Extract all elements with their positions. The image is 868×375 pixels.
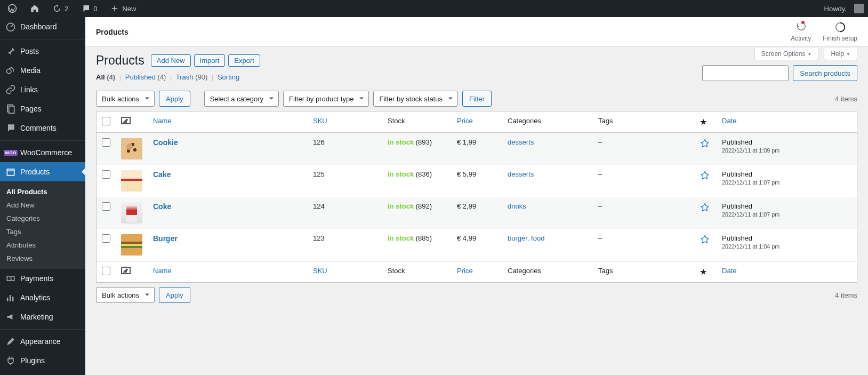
sku-cell: 125 [308, 165, 382, 197]
filter-all[interactable]: All (4) [96, 73, 115, 81]
star-outline-icon[interactable] [700, 202, 710, 213]
menu-pages[interactable]: Pages [0, 99, 85, 118]
admin-sidemenu: Dashboard Posts Media Links Pages Commen… [0, 17, 85, 314]
submenu-categories[interactable]: Categories [0, 212, 85, 225]
sku-cell: 124 [308, 197, 382, 229]
col-stock: Stock [382, 111, 452, 133]
product-name-link[interactable]: Burger [153, 234, 178, 243]
tags-cell: – [593, 229, 694, 261]
product-type-filter-select[interactable]: Filter by product type [283, 91, 369, 107]
col-sku[interactable]: SKU [308, 261, 382, 282]
select-all-checkbox-bottom[interactable] [102, 267, 110, 275]
category-filter-select[interactable]: Select a category [204, 91, 279, 107]
product-thumbnail[interactable] [121, 202, 142, 224]
col-price[interactable]: Price [452, 111, 502, 133]
import-button[interactable]: Import [194, 54, 226, 67]
star-outline-icon[interactable] [700, 234, 710, 245]
sku-cell: 126 [308, 133, 382, 165]
product-name-link[interactable]: Coke [153, 202, 171, 211]
menu-woocommerce[interactable]: WOOWooCommerce [0, 140, 85, 162]
home-icon[interactable] [27, 4, 43, 13]
col-name[interactable]: Name [148, 261, 308, 282]
export-button[interactable]: Export [228, 54, 260, 67]
howdy-user[interactable]: Howdy, [821, 5, 850, 13]
submenu-reviews[interactable]: Reviews [0, 252, 85, 265]
featured-cell [694, 165, 717, 197]
finish-setup-button[interactable]: Finish setup [823, 21, 857, 42]
category-link[interactable]: burger, food [508, 234, 544, 242]
table-row: Cookie 126 In stock (893) € 1,99 dessert… [97, 133, 857, 165]
categories-cell: burger, food [502, 229, 593, 261]
marketing-icon [5, 312, 16, 314]
product-name-link[interactable]: Cookie [153, 138, 178, 147]
bulk-apply-button[interactable]: Apply [159, 91, 190, 107]
row-checkbox[interactable] [102, 170, 110, 179]
tablenav-bottom: Bulk actions Apply 4 items [96, 283, 857, 307]
product-thumbnail[interactable] [121, 234, 142, 256]
star-outline-icon[interactable] [700, 138, 710, 149]
col-sku[interactable]: SKU [308, 111, 382, 133]
menu-links[interactable]: Links [0, 80, 85, 99]
add-new-button[interactable]: Add New [151, 54, 191, 67]
menu-media[interactable]: Media [0, 61, 85, 80]
filter-sorting[interactable]: Sorting [218, 73, 239, 81]
comment-icon [5, 123, 16, 133]
wp-logo-icon[interactable] [4, 4, 20, 13]
menu-dashboard[interactable]: Dashboard [0, 17, 85, 36]
stock-status-filter-select[interactable]: Filter by stock status [373, 91, 457, 107]
star-icon: ★ [700, 267, 707, 276]
category-link[interactable]: desserts [508, 138, 534, 146]
menu-products[interactable]: Products [0, 162, 85, 181]
category-link[interactable]: desserts [508, 170, 534, 178]
bulk-actions-select[interactable]: Bulk actions [96, 91, 155, 107]
screen-options-tab[interactable]: Screen Options [754, 48, 819, 60]
payments-icon: $ [5, 273, 16, 284]
row-checkbox[interactable] [102, 138, 110, 147]
bulk-apply-button-bottom[interactable]: Apply [159, 287, 190, 303]
col-name[interactable]: Name [148, 111, 308, 133]
col-date[interactable]: Date [717, 261, 857, 282]
submenu-products: All Products Add New Categories Tags Att… [0, 181, 85, 269]
menu-analytics[interactable]: Analytics [0, 288, 85, 307]
page-heading: Products [96, 53, 144, 68]
bulk-actions-select-bottom[interactable]: Bulk actions [96, 287, 155, 303]
product-thumbnail[interactable] [121, 170, 142, 192]
submenu-attributes[interactable]: Attributes [0, 238, 85, 252]
tags-cell: – [593, 165, 694, 197]
search-input[interactable] [702, 65, 789, 81]
select-all-checkbox[interactable] [102, 117, 110, 125]
col-tags: Tags [593, 261, 694, 282]
product-name-link[interactable]: Cake [153, 170, 171, 179]
submenu-tags[interactable]: Tags [0, 225, 85, 238]
row-checkbox[interactable] [102, 234, 110, 243]
new-button[interactable]: New [107, 4, 139, 13]
menu-payments[interactable]: $Payments [0, 269, 85, 288]
progress-icon [834, 21, 846, 35]
category-link[interactable]: drinks [508, 202, 526, 210]
featured-cell [694, 197, 717, 229]
row-checkbox[interactable] [102, 202, 110, 211]
col-price[interactable]: Price [452, 261, 502, 282]
col-date[interactable]: Date [717, 111, 857, 133]
filter-trash[interactable]: Trash (90) [176, 73, 208, 81]
star-outline-icon[interactable] [700, 170, 710, 181]
submenu-add-new[interactable]: Add New [0, 198, 85, 212]
price-cell: € 4,99 [452, 229, 502, 261]
woo-top-bar: Products Activity Finish setup [85, 17, 868, 47]
avatar[interactable] [854, 4, 864, 13]
activity-button[interactable]: Activity [791, 21, 811, 42]
filter-published[interactable]: Published (4) [125, 73, 166, 81]
comments-count[interactable]: 0 [78, 4, 100, 13]
menu-posts[interactable]: Posts [0, 39, 85, 61]
product-thumbnail[interactable] [121, 138, 142, 159]
help-tab[interactable]: Help [824, 48, 857, 60]
updates-count[interactable]: 2 [49, 4, 71, 13]
star-icon: ★ [700, 117, 707, 126]
filter-button[interactable]: Filter [462, 91, 492, 107]
stock-cell: In stock (892) [382, 197, 452, 229]
search-button[interactable]: Search products [793, 65, 857, 81]
date-cell: Published2022/12/11 at 1:07 pm [717, 197, 857, 229]
menu-marketing[interactable]: Marketing [0, 307, 85, 314]
menu-comments[interactable]: Comments [0, 118, 85, 138]
submenu-all-products[interactable]: All Products [0, 185, 85, 198]
